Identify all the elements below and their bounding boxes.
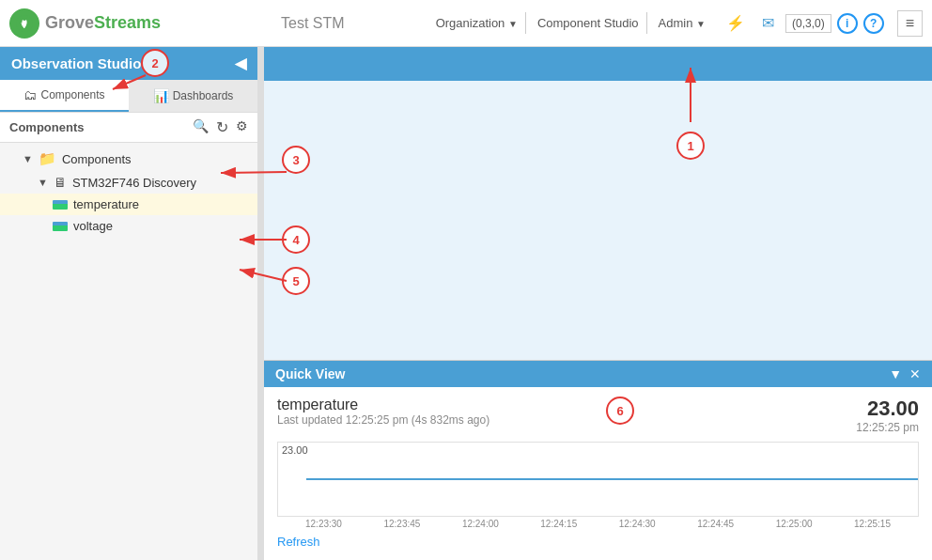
qv-chart-value-label: 23.00	[278, 444, 312, 456]
qv-stream-name: temperature	[277, 397, 489, 413]
top-nav: GroveStreams Test STM Organization ▼ Com…	[0, 0, 932, 47]
logo-area: GroveStreams	[9, 8, 179, 39]
xlabel-1: 12:23:45	[383, 519, 420, 529]
sidebar-collapse-button[interactable]: ◀	[235, 54, 246, 72]
quick-view-panel: Quick View ▼ ✕ temperature Last updated …	[264, 360, 932, 560]
sidebar: Observation Studio ◀ 🗂 Components 📊 Dash…	[0, 47, 258, 560]
content-top-area	[264, 81, 932, 360]
quick-view-close-button[interactable]: ✕	[909, 366, 921, 381]
qv-refresh: Refresh	[277, 529, 919, 551]
sidebar-tools-label: Components	[9, 120, 84, 134]
tab-components-label: Components	[40, 88, 104, 101]
tab-dashboards[interactable]: 📊 Dashboards	[129, 80, 257, 112]
tree-item-stm32[interactable]: ▼ 🖥 STM32F746 Discovery	[0, 171, 257, 194]
quick-view-header: Quick View ▼ ✕	[264, 361, 932, 387]
tree-label-temperature: temperature	[73, 197, 139, 211]
counter-badge[interactable]: (0,3,0)	[785, 14, 831, 33]
info-button[interactable]: i	[837, 13, 858, 34]
xlabel-7: 12:25:15	[854, 519, 891, 529]
organization-menu[interactable]: Organization ▼	[428, 12, 526, 34]
xlabel-0: 12:23:30	[305, 519, 342, 529]
stream-icon-temperature	[53, 200, 68, 210]
settings-icon[interactable]: ⚙	[236, 118, 248, 136]
xlabel-2: 12:24:00	[462, 519, 499, 529]
help-button[interactable]: ?	[863, 13, 884, 34]
components-tab-icon: 🗂	[23, 87, 37, 102]
refresh-link[interactable]: Refresh	[277, 535, 320, 549]
qv-timestamp: 12:25:25 pm	[856, 421, 919, 434]
caret-stm32-icon[interactable]: ▼	[38, 177, 48, 188]
tree-label-components: Components	[62, 152, 132, 166]
main-layout: Observation Studio ◀ 🗂 Components 📊 Dash…	[0, 47, 932, 560]
qv-chart: 23.00	[277, 442, 919, 517]
qv-chart-line	[306, 478, 918, 480]
caret-icon[interactable]: ▼	[23, 153, 33, 164]
app-title: Test STM	[197, 15, 428, 32]
sidebar-tree: ▼ 📁 Components ▼ 🖥 STM32F746 Discovery t…	[0, 143, 257, 560]
qv-value: 23.00	[856, 397, 919, 421]
quick-view-controls: ▼ ✕	[889, 366, 921, 381]
qv-row1: temperature Last updated 12:25:25 pm (4s…	[277, 397, 919, 434]
qv-left: temperature Last updated 12:25:25 pm (4s…	[277, 397, 489, 427]
quick-view-title: Quick View	[275, 366, 345, 381]
nav-items: Organization ▼ Component Studio Admin ▼	[428, 12, 713, 34]
tab-dashboards-label: Dashboards	[173, 89, 234, 102]
logo-icon	[9, 8, 39, 39]
qv-right: 23.00 12:25:25 pm	[856, 397, 919, 434]
xlabel-4: 12:24:30	[619, 519, 656, 529]
stream-icon-voltage	[53, 222, 68, 231]
tree-item-root[interactable]: ▼ 📁 Components	[0, 147, 257, 171]
sidebar-tabs: 🗂 Components 📊 Dashboards	[0, 80, 257, 113]
xlabel-3: 12:24:15	[540, 519, 577, 529]
sidebar-tools-bar: Components 🔍 ↻ ⚙	[0, 113, 257, 143]
tree-label-voltage: voltage	[73, 219, 113, 233]
xlabel-5: 12:24:45	[697, 519, 734, 529]
logo-text: GroveStreams	[45, 13, 161, 33]
nav-icons: ⚡ ✉ (0,3,0) i ? ≡	[721, 10, 923, 37]
tree-item-voltage[interactable]: voltage	[0, 215, 257, 237]
tree-label-stm32: STM32F746 Discovery	[72, 176, 196, 190]
tree-item-temperature[interactable]: temperature	[0, 194, 257, 215]
sidebar-header: Observation Studio ◀	[0, 47, 257, 80]
sidebar-title: Observation Studio	[11, 55, 141, 71]
search-icon[interactable]: 🔍	[193, 118, 209, 136]
quick-view-dropdown-button[interactable]: ▼	[889, 366, 902, 381]
folder-icon: 📁	[39, 150, 56, 167]
xlabel-6: 12:25:00	[776, 519, 813, 529]
lightning-icon[interactable]: ⚡	[721, 11, 751, 35]
dashboards-tab-icon: 📊	[153, 88, 169, 103]
hamburger-menu[interactable]: ≡	[897, 10, 923, 37]
mail-icon[interactable]: ✉	[756, 11, 780, 35]
content-area: Quick View ▼ ✕ temperature Last updated …	[264, 47, 932, 560]
component-icon: 🖥	[54, 175, 67, 190]
qv-chart-xaxis: 12:23:30 12:23:45 12:24:00 12:24:15 12:2…	[277, 517, 919, 529]
refresh-icon[interactable]: ↻	[216, 118, 228, 136]
qv-last-updated: Last updated 12:25:25 pm (4s 832ms ago)	[277, 413, 489, 427]
quick-view-body: temperature Last updated 12:25:25 pm (4s…	[264, 387, 932, 560]
tab-components[interactable]: 🗂 Components	[0, 80, 129, 112]
content-header-bar	[264, 47, 932, 81]
admin-menu[interactable]: Admin ▼	[651, 12, 713, 34]
sidebar-tool-icons: 🔍 ↻ ⚙	[193, 118, 248, 136]
component-studio-link[interactable]: Component Studio	[530, 12, 647, 34]
